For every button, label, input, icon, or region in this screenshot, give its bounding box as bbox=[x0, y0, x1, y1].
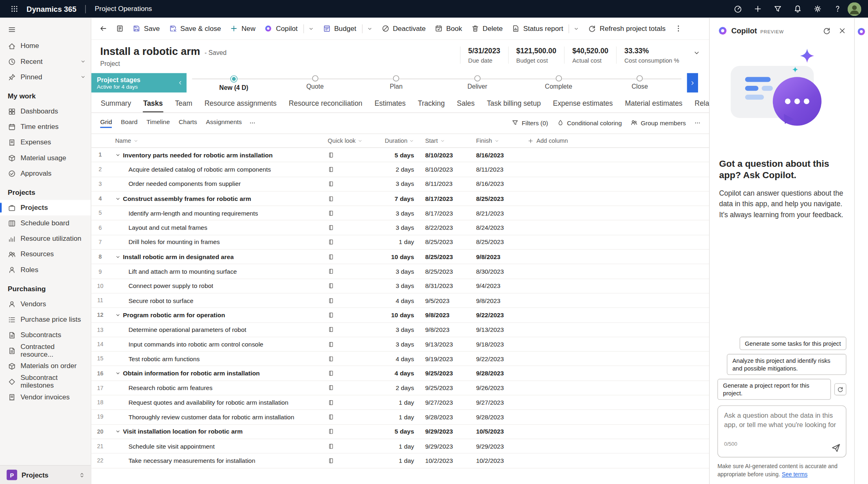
tab[interactable]: Expense estimates bbox=[553, 98, 613, 112]
topbar-action-button[interactable] bbox=[810, 1, 825, 16]
task-row[interactable]: 12 Program robotic arm for operation 10 … bbox=[91, 308, 709, 323]
command-button[interactable]: New bbox=[225, 20, 260, 37]
sidebar-item[interactable]: Contracted resource... bbox=[0, 343, 91, 358]
view-option[interactable]: Board bbox=[121, 118, 137, 126]
task-row[interactable]: 10 Connect power supply to robot 3 days … bbox=[91, 279, 709, 294]
send-button[interactable] bbox=[831, 443, 841, 453]
quick-look-button[interactable] bbox=[328, 355, 334, 362]
brand-title[interactable]: Dynamics 365 bbox=[26, 5, 76, 13]
sidebar-item[interactable]: Expenses bbox=[0, 135, 91, 150]
task-row[interactable]: 6 Layout and cut metal frames 3 days 8/2… bbox=[91, 221, 709, 235]
quick-look-button[interactable] bbox=[328, 166, 334, 172]
tab[interactable]: Summary bbox=[100, 98, 131, 112]
tab[interactable]: Estimates bbox=[374, 98, 406, 112]
task-name[interactable]: Thoroughly review customer data for robo… bbox=[128, 414, 294, 420]
sidebar-item[interactable]: Time entries bbox=[0, 119, 91, 135]
task-name[interactable]: Construct assembly frames for robotic ar… bbox=[123, 195, 251, 202]
view-option[interactable]: Assignments bbox=[206, 118, 242, 126]
command-button[interactable]: Save & close bbox=[164, 20, 225, 37]
task-name[interactable]: Inventory parts needed for robotic arm i… bbox=[123, 152, 272, 158]
see-terms-link[interactable]: See terms bbox=[782, 471, 807, 477]
sidebar-item[interactable]: Schedule board bbox=[0, 216, 91, 231]
process-stage[interactable]: New (4 D) bbox=[193, 73, 274, 93]
stage-back-button[interactable] bbox=[176, 73, 185, 93]
view-option[interactable]: Timeline bbox=[146, 118, 170, 126]
task-name[interactable]: Drill holes for mounting in frames bbox=[128, 239, 220, 245]
command-button[interactable]: Deactivate bbox=[377, 20, 430, 37]
add-column-button[interactable]: Add column bbox=[523, 137, 709, 144]
process-stage[interactable]: Quote bbox=[274, 73, 356, 93]
sidebar-item[interactable]: Subcontract milestones bbox=[0, 374, 91, 389]
task-name[interactable]: Research robotic arm features bbox=[128, 384, 213, 391]
command-overflow-button[interactable] bbox=[670, 20, 687, 37]
command-button[interactable]: Refresh project totals bbox=[584, 20, 670, 37]
tab[interactable]: Resource assignments bbox=[204, 98, 277, 112]
copilot-input[interactable] bbox=[724, 411, 840, 438]
app-launcher-button[interactable] bbox=[7, 0, 22, 18]
quick-look-button[interactable] bbox=[328, 341, 334, 347]
tab[interactable]: Material estimates bbox=[624, 98, 683, 112]
suggestion-chip[interactable]: Generate a project report for this proje… bbox=[718, 379, 831, 400]
finish-column-header[interactable]: Finish bbox=[470, 137, 523, 144]
copilot-restart-button[interactable] bbox=[822, 26, 831, 35]
duration-column-header[interactable]: Duration bbox=[387, 137, 420, 144]
copilot-rail-button[interactable] bbox=[856, 26, 866, 37]
sidebar-item[interactable]: Resources bbox=[0, 246, 91, 262]
quick-look-button[interactable] bbox=[328, 312, 334, 318]
task-name[interactable]: Obtain information for robotic arm insta… bbox=[123, 370, 260, 377]
process-stage[interactable]: Plan bbox=[356, 73, 437, 93]
task-row[interactable]: 21 Schedule site visit appointment 1 day… bbox=[91, 439, 709, 454]
task-name[interactable]: Secure robot to surface bbox=[128, 297, 194, 304]
grid-tool-button[interactable]: Conditional coloring bbox=[557, 119, 622, 126]
quick-look-button[interactable] bbox=[328, 414, 334, 420]
task-row[interactable]: 3 Order needed components from supplier … bbox=[91, 177, 709, 192]
quick-look-column-header[interactable]: Quick look bbox=[321, 137, 387, 144]
command-button[interactable]: Delete bbox=[467, 20, 507, 37]
sidebar-item[interactable]: Home bbox=[0, 38, 91, 54]
name-column-header[interactable]: Name bbox=[109, 137, 321, 144]
quick-look-button[interactable] bbox=[328, 283, 334, 289]
command-button[interactable]: Budget bbox=[318, 20, 376, 37]
tab[interactable]: Task billing setup bbox=[486, 98, 541, 112]
task-row[interactable]: 20 Visit installation location for robot… bbox=[91, 425, 709, 439]
task-row[interactable]: 1 Inventory parts needed for robotic arm… bbox=[91, 148, 709, 163]
area-switcher[interactable]: P Projects bbox=[0, 465, 91, 484]
task-row[interactable]: 16 Obtain information for robotic arm in… bbox=[91, 366, 709, 381]
stage-advance-button[interactable] bbox=[687, 73, 698, 93]
quick-look-button[interactable] bbox=[328, 152, 334, 158]
quick-look-button[interactable] bbox=[328, 443, 334, 449]
quick-look-button[interactable] bbox=[328, 370, 334, 377]
sidebar-item[interactable]: Dashboards bbox=[0, 104, 91, 119]
back-button[interactable] bbox=[95, 20, 111, 37]
process-stage[interactable]: Close bbox=[599, 73, 681, 93]
view-option[interactable]: Charts bbox=[178, 118, 197, 126]
start-column-header[interactable]: Start bbox=[420, 137, 470, 144]
sidebar-item[interactable]: Vendors bbox=[0, 296, 91, 312]
task-name[interactable]: Request quotes and availability for robo… bbox=[128, 399, 288, 406]
sidebar-item[interactable]: Subcontracts bbox=[0, 327, 91, 343]
tab[interactable]: Tracking bbox=[417, 98, 445, 112]
command-button[interactable]: Status report bbox=[507, 20, 584, 37]
task-row[interactable]: 15 Test robotic arm functions 4 days 9/1… bbox=[91, 352, 709, 366]
tab[interactable]: Sales bbox=[456, 98, 475, 112]
copilot-close-button[interactable] bbox=[838, 26, 846, 35]
task-row[interactable]: 11 Secure robot to surface 4 days 9/5/20… bbox=[91, 294, 709, 308]
view-option[interactable]: Grid bbox=[100, 118, 112, 126]
task-name[interactable]: Visit installation location for robotic … bbox=[123, 428, 243, 435]
process-stage[interactable]: Deliver bbox=[437, 73, 518, 93]
task-row[interactable]: 2 Acquire detailed catalog of robotic ar… bbox=[91, 162, 709, 177]
task-name[interactable]: Program robotic arm for operation bbox=[123, 312, 225, 318]
quick-look-button[interactable] bbox=[328, 239, 334, 245]
task-row[interactable]: 14 Input commands into robotic arm contr… bbox=[91, 337, 709, 352]
task-name[interactable]: Determine operational parameters of robo… bbox=[128, 326, 246, 333]
task-row[interactable]: 7 Drill holes for mounting in frames 1 d… bbox=[91, 235, 709, 250]
tools-overflow-button[interactable] bbox=[694, 119, 701, 126]
topbar-action-button[interactable] bbox=[770, 1, 785, 16]
views-overflow-button[interactable] bbox=[248, 119, 256, 126]
sidebar-item[interactable]: Resource utilization bbox=[0, 231, 91, 246]
quick-look-button[interactable] bbox=[328, 253, 334, 260]
collapse-header-button[interactable] bbox=[689, 46, 703, 60]
sidebar-item[interactable]: Projects bbox=[0, 200, 91, 216]
sidebar-item[interactable]: Pinned bbox=[0, 69, 91, 85]
grid-tool-button[interactable]: Filters (0) bbox=[512, 119, 548, 126]
